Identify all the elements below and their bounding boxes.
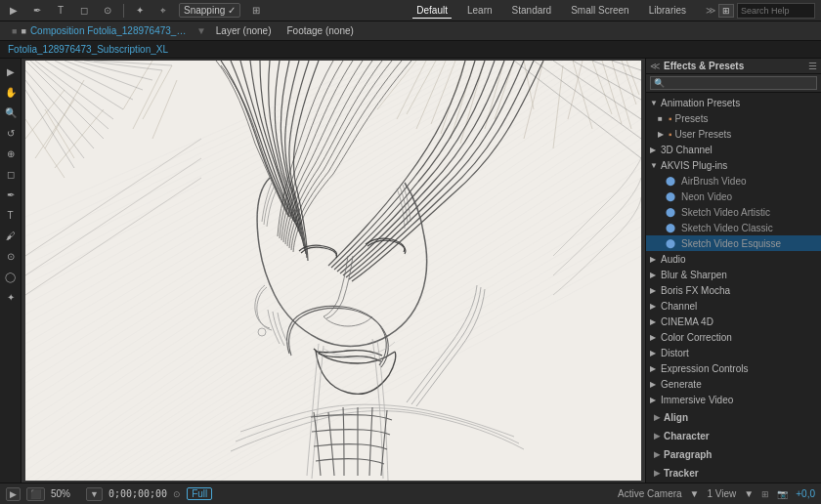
tool-pen2[interactable]: ✒ [2,186,20,203]
sep1 [123,4,124,18]
align-section-header[interactable]: ▶ Align [646,408,821,427]
breadcrumb[interactable]: Fotolia_128976473_Subscription_XL [8,44,168,55]
character-section-header[interactable]: ▶ Character [646,427,821,445]
tree-animation-presets[interactable]: ▼ Animation Presets [646,95,821,110]
tree-color[interactable]: ▶ Color Correction [646,329,821,345]
help-search-input[interactable] [737,3,815,19]
section-arrow: ▶ [654,432,660,441]
paragraph-section-header[interactable]: ▶ Paragraph [646,445,821,464]
tool-eraser[interactable]: ◯ [2,268,20,285]
tree-label: User Presets [675,129,817,140]
bottom-toolbar: ▶ ⬛ 50% ▼ 0;00;00;00 ⊙ Full Active Camer… [0,483,821,504]
sketch-svg [25,61,641,481]
tool-brush[interactable]: 🖌 [2,227,20,244]
zoom-level: 50% [51,488,80,499]
tree-immersive[interactable]: ▶ Immersive Video [646,392,821,407]
tool-rotate[interactable]: ↺ [2,124,20,142]
presets-tree: ▼ Animation Presets ■ ▪ Presets ▶ ▪ User… [646,93,821,408]
tree-user-presets[interactable]: ▶ ▪ User Presets [646,126,821,142]
tree-label: Distort [661,348,817,358]
align-label: Align [664,412,688,423]
tool-text[interactable]: T [53,3,68,19]
tree-sketch-esquisse[interactable]: ⬤ Sketch Video Esquisse [646,235,821,251]
tree-arrow: ▶ [650,317,658,326]
tool-rect[interactable]: ◻ [2,165,20,183]
tree-label: Color Correction [661,332,817,343]
tree-arrow: ▶ [650,271,658,279]
tab-standard[interactable]: Standard [508,3,556,19]
tool-extra2[interactable]: ⌖ [155,3,171,19]
tree-presets[interactable]: ■ ▪ Presets [646,110,821,126]
tree-sketch-artistic[interactable]: ⬤ Sketch Video Artistic [646,204,821,220]
fx-icon: ⬤ [666,207,675,217]
panel-menu-icon[interactable]: ☰ [808,61,817,71]
view-info: Active Camera ▼ 1 View ▼ ⊞ 📷 +0,0 [618,488,815,499]
preview-btn[interactable]: ⬛ [26,487,45,501]
fx-icon: ⬤ [666,191,675,201]
tree-label: Sketch Video Artistic [678,207,817,218]
tool-extra1[interactable]: ✦ [132,3,148,19]
composition-tab: ■ ■ Composition Fotolia_128976473_Subscr… [6,23,193,38]
tool-zoom[interactable]: 🔍 [2,104,20,121]
tree-label: Presets [675,113,817,124]
tool-puppet[interactable]: ✦ [2,288,20,306]
view-count-dropdown[interactable]: ▼ [744,488,754,499]
tab-default[interactable]: Default [412,3,452,19]
tool-arrow[interactable]: ▶ [2,63,20,80]
tree-arrow: ▼ [650,99,658,107]
tree-blur[interactable]: ▶ Blur & Sharpen [646,267,821,282]
tree-3d-channel[interactable]: ▶ 3D Channel [646,142,821,157]
tab-smallscreen[interactable]: Small Screen [567,3,632,19]
collapse-icon[interactable]: ≫ [706,5,715,16]
tool-stamp[interactable]: ⊙ [2,247,20,265]
tracker-label: Tracker [664,468,699,479]
camera-icon[interactable]: 📷 [777,489,788,499]
workspace-tabs: Default Learn Standard Small Screen Libr… [412,3,690,19]
tree-label: Generate [661,379,817,390]
tool-pen[interactable]: ✒ [29,3,45,19]
snapping-button[interactable]: Snapping ✓ [179,3,240,18]
tree-sketch-classic[interactable]: ⬤ Sketch Video Classic [646,220,821,235]
tree-generate[interactable]: ▶ Generate [646,376,821,392]
tree-arrow: ▶ [650,146,658,154]
timecode: 0;00;00;00 [108,488,167,499]
sketch-canvas [25,61,641,481]
tool-pin[interactable]: ⊕ [2,145,20,162]
tree-label: AKVIS Plug-ins [661,160,817,171]
panel-collapse-left[interactable]: ≪ [650,61,660,71]
fx-icon: ⬤ [666,223,675,232]
tree-akvis[interactable]: ▼ AKVIS Plug-ins [646,157,821,173]
tree-boris[interactable]: ▶ Boris FX Mocha [646,282,821,298]
tracker-section-header[interactable]: ▶ Tracker [646,464,821,483]
tree-distort[interactable]: ▶ Distort [646,345,821,360]
tree-c4d[interactable]: ▶ CINEMA 4D [646,314,821,329]
tree-label: AirBrush Video [678,176,817,187]
tool-text2[interactable]: T [2,206,20,224]
tree-airbrush[interactable]: ⬤ AirBrush Video [646,173,821,189]
tree-expression[interactable]: ▶ Expression Controls [646,360,821,376]
tool-selection[interactable]: ▶ [6,3,22,19]
tool-shape[interactable]: ◻ [76,3,92,19]
tab-libraries[interactable]: Libraries [645,3,690,19]
quality-button[interactable]: Full [187,487,212,500]
tree-arrow: ▶ [650,396,658,404]
tree-arrow: ▶ [650,364,658,373]
tool-hand[interactable]: ✋ [2,83,20,101]
layer-label: Layer (none) [210,23,278,38]
tree-audio[interactable]: ▶ Audio [646,251,821,267]
effects-search-input[interactable] [650,76,817,90]
main-content: ▶ ✋ 🔍 ↺ ⊕ ◻ ✒ T 🖌 ⊙ ◯ ✦ [0,59,821,483]
tab-learn[interactable]: Learn [463,3,497,19]
render-queue-btn[interactable]: ▶ [6,487,21,501]
folder-icon: ▪ [669,129,672,140]
grid-view-icon[interactable]: ⊞ [761,489,769,499]
snapping-check: ✓ [228,5,236,16]
grid-icon[interactable]: ⊞ [248,3,264,19]
view-dropdown[interactable]: ▼ [690,488,700,499]
tree-channel[interactable]: ▶ Channel [646,298,821,314]
zoom-dropdown[interactable]: ▼ [86,487,103,501]
tree-neon[interactable]: ⬤ Neon Video [646,189,821,204]
panel-icon[interactable]: ⊞ [718,4,734,18]
tool-camera[interactable]: ⊙ [100,3,115,19]
tree-arrow: ▶ [650,255,658,264]
